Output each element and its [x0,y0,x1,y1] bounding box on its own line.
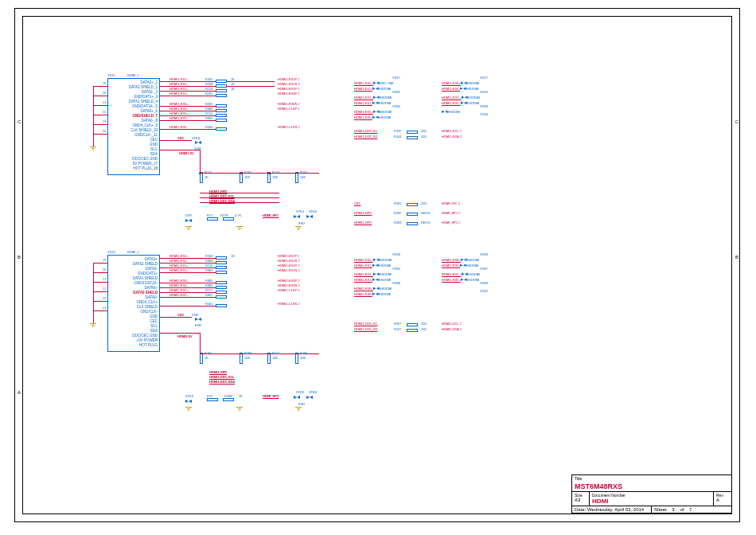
junction-node [268,172,271,174]
res-ref: R205 [205,102,213,106]
res-ref: R303 [205,259,213,263]
net: HDMI2-RX2- [170,259,188,263]
wire [93,105,107,106]
net: HDMI2-DDC-SC [354,322,377,326]
c1-pn: 22 [103,110,106,114]
esd-label: ESD [380,258,386,262]
diode-icon: ▸◂ [372,276,379,283]
dmi-label: DMI [385,292,391,296]
dmi-label: DMI [385,87,391,91]
wire [200,202,279,203]
net: HDMI2-RXC- [442,278,461,282]
tb-title: MST6M48RXS [572,482,731,491]
diode-icon: ▸◂ [185,399,192,404]
net-5v: HDMI2-5V [177,334,193,338]
vd-ref: VD37 [480,267,488,271]
diode-icon: ▸◂ [294,395,300,400]
dmi-label: DMI [473,278,479,282]
title-block: Title MST6M48RXS Size A3 Document Number… [571,474,732,514]
tb-title-label: Title [572,475,731,482]
esd-col: HDMI1-RX1- ▸◂ ESD DMI [354,100,391,106]
resistor-icon [216,271,227,274]
wire [93,86,107,87]
resistor-icon [223,217,234,221]
net: HDMI2-HPD [209,370,227,374]
esd-label: ESD [467,278,473,282]
diode-icon: ▸◂ [461,276,467,283]
resistor-icon [216,286,227,289]
esd-label: ESD [380,96,386,100]
tb-date-label: Date: [575,507,586,512]
res-val: 100 [421,135,427,139]
wire [160,333,200,334]
res-ref: R207 [394,322,402,326]
net: HDMI2-RX0+ [354,287,373,291]
diode-icon: ▸◂ [460,262,466,268]
port: HDMI1-RX1P 2 [278,87,300,91]
res-ref: R166 [300,351,308,355]
resistor-icon [267,353,271,364]
res-ref: R216 [205,264,213,268]
dmi-label: DMI [386,258,392,262]
res-val: NE/1K [421,221,431,225]
wire [93,134,107,135]
res-val: 200 [421,201,427,205]
port: HDMI1-RX2P 2 [278,77,300,81]
net-5v: HDMI1-5V [179,151,194,155]
res-val: 100 [421,327,427,331]
esd-label: ESD [468,96,474,100]
diode-icon: ▸◂ [372,291,379,297]
res-ref: R208 [244,351,252,355]
net: HDMI2-RX1+ [354,272,373,276]
resistor-icon [207,398,218,401]
res-val: 10 [239,394,242,398]
vd-ref: VD42 [480,289,488,293]
net: HDMI2-RX2- [354,264,372,268]
port: HDMI_HP2 2 [442,221,461,225]
net: HDMI1-RX2+ [354,81,373,85]
res-ref: R307 [205,293,213,297]
vd-ref: VD31 [392,90,400,94]
c1-pn: 24 [103,129,106,133]
dmi-label: DMI [474,96,480,100]
esd-label: ESD [467,81,473,85]
conn1-ref: XS11 [107,73,115,77]
port: HDMI2-RX2N 2 [278,259,300,263]
diode-icon: ▸◂ [372,100,379,106]
wire [93,310,107,311]
net-hp: HDMI_HP2 [263,394,279,398]
resistor-icon [407,329,418,332]
port: HDMI1-SDA 2 [442,135,462,139]
c2-pn: 21 [103,277,106,281]
net: HDMI2-RX0- [442,264,460,268]
c1-pn: 21 [103,100,106,104]
wire [93,86,94,146]
res-val: 10K [300,356,306,360]
c2-pn: 20 [103,268,106,271]
res-val: 10 [231,254,234,258]
net: HDMI2-RX0+ [442,258,461,262]
resistor-icon [240,353,243,364]
esd-label: ESD [467,258,473,262]
port: HDMI-CEC 2 [442,201,460,205]
tb-rev: A [716,498,729,502]
vd-ref: VD27 [480,76,488,80]
vd-ref: VD28 [392,252,400,256]
c2-pn: 22 [103,287,106,291]
port: HDMI2-CLKP 2 [278,288,300,292]
wire [160,120,216,121]
net: HDMI1-RX1+ [170,87,189,91]
net: HDMI1-RXC- [442,101,461,105]
esd-col: HDMI2-RX0- ▸◂ ESD DMI [354,291,391,297]
port: HDMI1-RX0P 2 [278,92,300,96]
resistor-icon [216,104,227,107]
dmi-label: DMI [386,96,392,100]
dmi-label: DMI [385,115,391,119]
net: HDMI1-RX2+ [170,77,189,81]
res-val: 100 [421,322,427,326]
dmi-label: DMI [386,287,392,291]
res-ref: R195 [394,129,402,133]
resistor-icon [216,119,227,122]
net: HDMI2-RX1+ [170,264,189,268]
wire [160,306,216,307]
